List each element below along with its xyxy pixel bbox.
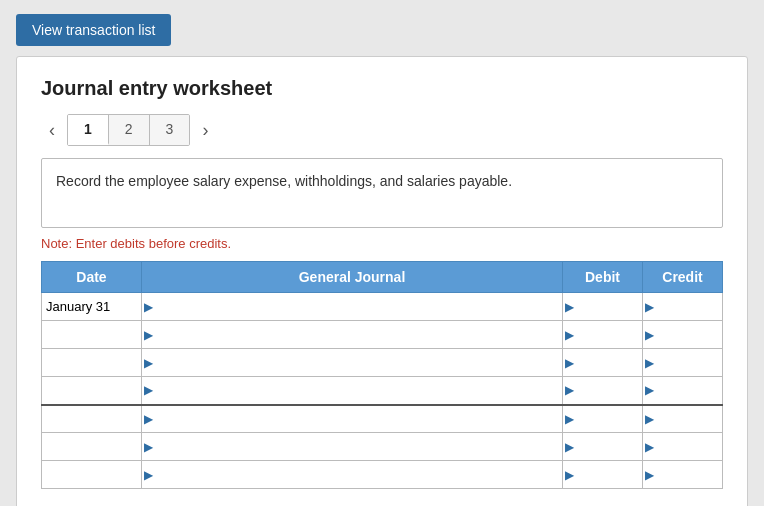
- credit-input-1[interactable]: [643, 293, 722, 320]
- date-cell-7: [42, 461, 142, 489]
- journal-cell-6: ▶: [142, 433, 563, 461]
- journal-input-3[interactable]: [142, 349, 562, 376]
- date-cell-6: [42, 433, 142, 461]
- credit-input-7[interactable]: [643, 461, 722, 488]
- table-row group-end: ▶ ▶ ▶: [42, 377, 723, 405]
- journal-input-2[interactable]: [142, 321, 562, 348]
- credit-input-6[interactable]: [643, 433, 722, 460]
- col-header-credit: Credit: [643, 262, 723, 293]
- credit-input-5[interactable]: [643, 406, 722, 433]
- journal-cell-4: ▶: [142, 377, 563, 405]
- top-bar: View transaction list: [0, 0, 764, 56]
- date-input-2[interactable]: [42, 321, 141, 348]
- date-input-5[interactable]: [42, 406, 141, 433]
- journal-cell-5: ▶: [142, 405, 563, 433]
- journal-input-4[interactable]: [142, 377, 562, 404]
- debit-input-3[interactable]: [563, 349, 642, 376]
- table-row: ▶ ▶ ▶: [42, 349, 723, 377]
- credit-cell-1: ▶: [643, 293, 723, 321]
- journal-input-7[interactable]: [142, 461, 562, 488]
- date-cell-5: [42, 405, 142, 433]
- prev-tab-button[interactable]: ‹: [41, 121, 63, 139]
- debit-cell-3: ▶: [563, 349, 643, 377]
- table-header: Date General Journal Debit Credit: [42, 262, 723, 293]
- instruction-text: Record the employee salary expense, with…: [56, 173, 512, 189]
- debit-input-7[interactable]: [563, 461, 642, 488]
- date-input-7[interactable]: [42, 461, 141, 488]
- debit-input-1[interactable]: [563, 293, 642, 320]
- journal-input-1[interactable]: [142, 293, 562, 320]
- debit-input-5[interactable]: [563, 406, 642, 433]
- credit-input-3[interactable]: [643, 349, 722, 376]
- date-cell-4: [42, 377, 142, 405]
- credit-input-2[interactable]: [643, 321, 722, 348]
- tab-3[interactable]: 3: [150, 115, 190, 145]
- instruction-box: Record the employee salary expense, with…: [41, 158, 723, 228]
- journal-cell-3: ▶: [142, 349, 563, 377]
- tabs-row: ‹ 1 2 3 ›: [41, 114, 723, 146]
- credit-input-4[interactable]: [643, 377, 722, 404]
- note-text: Note: Enter debits before credits.: [41, 236, 723, 251]
- debit-cell-6: ▶: [563, 433, 643, 461]
- card-title: Journal entry worksheet: [41, 77, 723, 100]
- date-input-6[interactable]: [42, 433, 141, 460]
- date-cell-2: [42, 321, 142, 349]
- debit-cell-4: ▶: [563, 377, 643, 405]
- credit-cell-2: ▶: [643, 321, 723, 349]
- tab-1[interactable]: 1: [68, 115, 109, 145]
- view-transaction-button[interactable]: View transaction list: [16, 14, 171, 46]
- debit-input-6[interactable]: [563, 433, 642, 460]
- date-input-1[interactable]: [42, 293, 141, 320]
- tab-2[interactable]: 2: [109, 115, 150, 145]
- journal-table: Date General Journal Debit Credit ▶ ▶: [41, 261, 723, 489]
- table-row: ▶ ▶ ▶: [42, 461, 723, 489]
- main-card: Journal entry worksheet ‹ 1 2 3 › Record…: [16, 56, 748, 506]
- next-tab-button[interactable]: ›: [194, 121, 216, 139]
- journal-cell-1: ▶: [142, 293, 563, 321]
- credit-cell-5: ▶: [643, 405, 723, 433]
- credit-cell-6: ▶: [643, 433, 723, 461]
- journal-input-5[interactable]: [142, 406, 562, 433]
- tabs-container: 1 2 3: [67, 114, 190, 146]
- col-header-journal: General Journal: [142, 262, 563, 293]
- date-input-4[interactable]: [42, 377, 141, 404]
- debit-cell-2: ▶: [563, 321, 643, 349]
- date-cell-3: [42, 349, 142, 377]
- credit-cell-7: ▶: [643, 461, 723, 489]
- table-row: ▶ ▶ ▶: [42, 293, 723, 321]
- table-row: ▶ ▶ ▶: [42, 433, 723, 461]
- debit-cell-5: ▶: [563, 405, 643, 433]
- journal-cell-2: ▶: [142, 321, 563, 349]
- table-body: ▶ ▶ ▶ ▶: [42, 293, 723, 489]
- debit-input-2[interactable]: [563, 321, 642, 348]
- debit-cell-7: ▶: [563, 461, 643, 489]
- col-header-date: Date: [42, 262, 142, 293]
- date-input-3[interactable]: [42, 349, 141, 376]
- credit-cell-4: ▶: [643, 377, 723, 405]
- journal-cell-7: ▶: [142, 461, 563, 489]
- table-row: ▶ ▶ ▶: [42, 321, 723, 349]
- credit-cell-3: ▶: [643, 349, 723, 377]
- table-row: ▶ ▶ ▶: [42, 405, 723, 433]
- date-cell-1: [42, 293, 142, 321]
- debit-input-4[interactable]: [563, 377, 642, 404]
- col-header-debit: Debit: [563, 262, 643, 293]
- journal-input-6[interactable]: [142, 433, 562, 460]
- debit-cell-1: ▶: [563, 293, 643, 321]
